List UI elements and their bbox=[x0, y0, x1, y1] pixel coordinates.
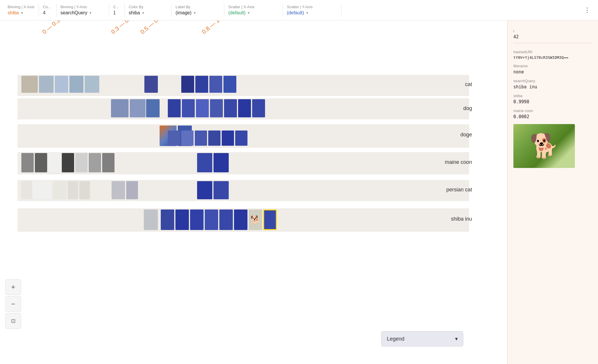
maine-coon-img[interactable] bbox=[48, 153, 61, 172]
dog-img[interactable] bbox=[238, 99, 251, 117]
doge-img[interactable] bbox=[195, 131, 207, 146]
shiba-inu-strip-bin3[interactable] bbox=[143, 209, 158, 230]
persian-cat-img[interactable] bbox=[126, 181, 138, 199]
dog-img[interactable] bbox=[182, 99, 195, 117]
shiba-inu-img[interactable] bbox=[175, 210, 189, 230]
dog-img[interactable] bbox=[146, 99, 160, 117]
dog-img[interactable] bbox=[130, 99, 146, 117]
zoom-fit-button[interactable]: ⊡ bbox=[5, 313, 21, 329]
doge-img[interactable] bbox=[181, 131, 194, 146]
cat-img[interactable] bbox=[69, 76, 83, 93]
cat-img[interactable] bbox=[209, 76, 222, 93]
binning-x-value[interactable]: shiba bbox=[8, 10, 19, 16]
row-label-doge: doge bbox=[460, 132, 472, 138]
cat-img[interactable] bbox=[144, 76, 158, 93]
dog-strip-bin3[interactable] bbox=[146, 99, 160, 118]
shiba-inu-img[interactable] bbox=[190, 210, 204, 230]
maine-coon-img[interactable] bbox=[21, 153, 34, 172]
row-label-shiba-inu: shiba inu bbox=[451, 216, 472, 222]
dog-img[interactable] bbox=[111, 99, 129, 117]
maine-coon-img[interactable] bbox=[89, 153, 101, 172]
x-label-bin3: 0.5 — 0.8 bbox=[139, 20, 163, 35]
cat-img[interactable] bbox=[181, 76, 194, 93]
doge-img[interactable] bbox=[208, 131, 221, 146]
dog-img[interactable] bbox=[168, 99, 181, 117]
persian-cat-img[interactable] bbox=[68, 181, 78, 199]
x-label-bin1: 0 — 0.3 bbox=[41, 20, 61, 35]
shiba-inu-strip-bin4[interactable]: 🐕 bbox=[160, 209, 277, 230]
maine-coon-img[interactable] bbox=[197, 153, 212, 172]
scatter-x-control[interactable]: (default) ▾ bbox=[228, 10, 279, 16]
cat-img[interactable] bbox=[21, 76, 38, 93]
maine-coon-strip-bin1[interactable] bbox=[21, 153, 115, 173]
shiba-inu-img[interactable]: 🐕 bbox=[249, 210, 262, 230]
cat-img[interactable] bbox=[39, 76, 54, 93]
dog-img[interactable] bbox=[196, 99, 209, 117]
cat-img[interactable] bbox=[223, 76, 236, 93]
doge-img[interactable] bbox=[235, 131, 247, 146]
dog-img[interactable] bbox=[252, 99, 265, 117]
scatter-y-value[interactable]: (default) bbox=[287, 10, 304, 16]
binning-count-control[interactable]: 4 bbox=[43, 10, 52, 16]
cat-strip-bin1[interactable] bbox=[21, 75, 100, 93]
dog-img[interactable] bbox=[210, 99, 223, 117]
dog-strip-bin4[interactable] bbox=[168, 99, 265, 118]
dog-img[interactable] bbox=[224, 99, 237, 117]
binning-y-value[interactable]: searchQuery bbox=[61, 10, 88, 16]
cat-strip-bin4[interactable] bbox=[181, 75, 237, 93]
maine-coon-img[interactable] bbox=[62, 153, 74, 172]
persian-cat-img[interactable] bbox=[33, 181, 52, 199]
shiba-inu-img[interactable] bbox=[234, 210, 247, 230]
shiba-inu-img[interactable] bbox=[205, 210, 218, 230]
zoom-in-button[interactable]: + bbox=[5, 279, 21, 295]
cat-img[interactable] bbox=[195, 76, 208, 93]
doge-img[interactable] bbox=[222, 131, 234, 146]
persian-cat-img[interactable] bbox=[197, 181, 212, 199]
label-by-control[interactable]: (image) ▾ bbox=[176, 10, 220, 16]
persian-cat-strip-bin1[interactable] bbox=[21, 181, 90, 200]
more-options-button[interactable]: ⋮ bbox=[580, 6, 594, 14]
shiba-inu-img-selected[interactable] bbox=[263, 210, 277, 230]
shiba-inu-img[interactable] bbox=[161, 210, 174, 230]
label-by-label: Label By bbox=[176, 5, 220, 9]
scatter-y-control[interactable]: (default) ▾ bbox=[287, 10, 337, 16]
legend-button[interactable]: Legend ▾ bbox=[381, 331, 463, 346]
binning-y-count-label: C... bbox=[113, 5, 120, 9]
color-by-label: Color By bbox=[129, 5, 167, 9]
maine-coon-img[interactable] bbox=[213, 153, 229, 172]
persian-cat-strip-bin4[interactable] bbox=[197, 181, 229, 200]
shiba-inu-img[interactable] bbox=[219, 210, 233, 230]
persian-cat-img[interactable] bbox=[21, 181, 32, 199]
label-by-arrow[interactable]: ▾ bbox=[194, 11, 196, 15]
cat-img[interactable] bbox=[85, 76, 99, 93]
dog-strip-bin2[interactable] bbox=[111, 99, 146, 118]
scatter-y-arrow[interactable]: ▾ bbox=[306, 11, 308, 15]
persian-cat-img[interactable] bbox=[213, 181, 229, 199]
binning-y-arrow[interactable]: ▾ bbox=[90, 11, 91, 15]
maine-coon-img[interactable] bbox=[35, 153, 47, 172]
maine-coon-img[interactable] bbox=[102, 153, 115, 172]
persian-cat-strip-bin2[interactable] bbox=[111, 181, 138, 200]
persian-cat-img[interactable] bbox=[112, 181, 125, 199]
binning-x-arrow[interactable]: ▾ bbox=[21, 11, 23, 15]
label-by-value[interactable]: (image) bbox=[176, 10, 192, 16]
cat-strip-bin3[interactable] bbox=[144, 75, 158, 93]
color-by-control[interactable]: shiba ▾ bbox=[129, 10, 167, 16]
cat-img[interactable] bbox=[55, 76, 68, 93]
shiba-inu-img[interactable] bbox=[144, 210, 158, 230]
zoom-out-button[interactable]: − bbox=[5, 296, 21, 312]
doge-strip-bin4[interactable] bbox=[168, 130, 248, 146]
chart-area[interactable]: 0 — 0.3 0.3 — 0.5 0.5 — 0.8 0.8 — 1 cat bbox=[0, 20, 507, 364]
scatter-x-value[interactable]: (default) bbox=[228, 10, 246, 16]
color-by-arrow[interactable]: ▾ bbox=[142, 11, 144, 15]
scatter-x-arrow[interactable]: ▾ bbox=[248, 11, 250, 15]
persian-cat-img[interactable] bbox=[79, 181, 90, 199]
color-by-value[interactable]: shiba bbox=[129, 10, 140, 16]
persian-cat-img[interactable] bbox=[53, 181, 66, 199]
maine-coon-img[interactable] bbox=[75, 153, 88, 172]
binning-y-control[interactable]: searchQuery ▾ bbox=[61, 10, 105, 16]
scatter-x-label: Scatter | X-Axis bbox=[228, 5, 279, 9]
doge-img[interactable] bbox=[168, 131, 180, 146]
maine-coon-strip-bin4[interactable] bbox=[197, 153, 229, 173]
binning-x-control[interactable]: shiba ▾ bbox=[8, 10, 35, 16]
